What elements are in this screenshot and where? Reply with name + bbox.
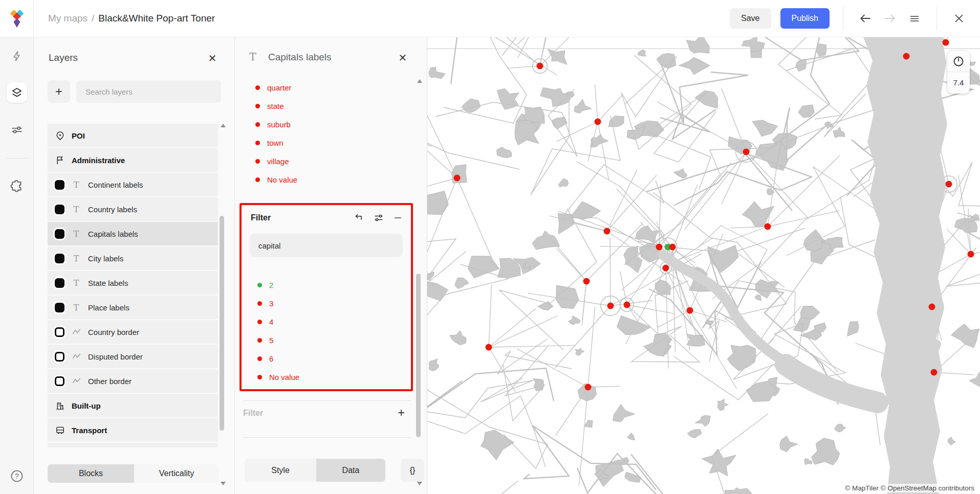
layers-list: POIAdministrativeTContinent labelsTCount…: [48, 124, 218, 447]
menu-icon[interactable]: [906, 10, 923, 27]
layer-row-continent-labels[interactable]: TContinent labels: [48, 173, 218, 196]
layer-row-administrative[interactable]: Administrative: [48, 148, 218, 172]
layer-row-other-border[interactable]: Other border: [48, 369, 218, 393]
layer-value-list: quarterstatesuburbtownvillageNo value: [255, 78, 297, 189]
visibility-swatch[interactable]: [55, 352, 64, 362]
layer-row-poi[interactable]: POI: [48, 124, 218, 147]
tab-blocks[interactable]: Blocks: [48, 464, 134, 483]
visibility-swatch[interactable]: [55, 180, 64, 190]
capital-marker-red[interactable]: [624, 302, 630, 308]
publish-button[interactable]: Publish: [780, 8, 830, 29]
maptiler-logo[interactable]: [0, 0, 34, 37]
scroll-thumb[interactable]: [416, 274, 421, 437]
add-filter-button[interactable]: +: [393, 405, 409, 421]
value-row-suburb[interactable]: suburb: [255, 115, 297, 133]
value-row-5[interactable]: 5: [257, 331, 299, 349]
scroll-down-arrow-icon[interactable]: [221, 482, 226, 485]
capital-marker-red[interactable]: [585, 384, 592, 391]
capitals-labels-panel: T Capitals labels ✕ quarterstatesuburbto…: [235, 37, 427, 494]
capital-marker-red[interactable]: [968, 251, 974, 258]
capital-marker-red[interactable]: [929, 304, 935, 310]
breadcrumb-separator: /: [92, 13, 94, 24]
layer-row-state-labels[interactable]: TState labels: [48, 271, 218, 295]
capital-marker-red[interactable]: [656, 244, 663, 251]
tab-data[interactable]: Data: [316, 459, 385, 482]
close-icon[interactable]: [950, 10, 968, 27]
layer-row-partially-hidden[interactable]: [48, 443, 218, 447]
save-button[interactable]: Save: [730, 8, 771, 29]
scroll-down-arrow-icon[interactable]: [417, 482, 422, 485]
breadcrumb-my-maps[interactable]: My maps: [48, 13, 88, 24]
clock-icon[interactable]: [947, 51, 970, 72]
value-row-2[interactable]: 2: [257, 276, 299, 294]
layer-row-transport[interactable]: Transport: [48, 418, 218, 442]
scroll-thumb[interactable]: [220, 216, 224, 431]
layer-panel-close-icon[interactable]: ✕: [395, 50, 410, 65]
value-row-state[interactable]: state: [255, 97, 297, 115]
map-canvas[interactable]: 7.4 © MapTiler © OpenStreetMap contribut…: [427, 37, 980, 494]
scroll-up-arrow-icon[interactable]: [417, 79, 422, 83]
capital-marker-red[interactable]: [537, 63, 543, 70]
help-icon[interactable]: ?: [7, 466, 27, 486]
value-row-4[interactable]: 4: [257, 312, 299, 331]
layer-row-disputed-border[interactable]: Disputed border: [48, 345, 218, 368]
capital-marker-red[interactable]: [607, 303, 614, 309]
visibility-swatch[interactable]: [55, 376, 64, 386]
revert-icon[interactable]: [354, 212, 365, 223]
capital-marker-red[interactable]: [454, 175, 461, 182]
value-dot-icon: [257, 375, 262, 379]
value-row-3[interactable]: 3: [257, 294, 299, 312]
undo-arrow-icon[interactable]: [857, 10, 874, 27]
layers-panel-close-icon[interactable]: ✕: [205, 51, 220, 66]
layers-list-scrollbar[interactable]: [219, 124, 225, 485]
visibility-swatch[interactable]: [55, 303, 64, 312]
plugins-icon[interactable]: [7, 175, 27, 196]
capital-marker-red[interactable]: [583, 278, 590, 285]
capital-marker-red[interactable]: [743, 149, 750, 155]
visibility-swatch[interactable]: [55, 278, 64, 288]
search-layers-input[interactable]: [76, 80, 221, 103]
visibility-swatch[interactable]: [55, 254, 64, 263]
tab-style[interactable]: Style: [245, 459, 316, 482]
value-row-town[interactable]: town: [255, 133, 297, 152]
layer-panel-scrollbar[interactable]: [416, 79, 422, 485]
add-layer-button[interactable]: +: [48, 80, 70, 103]
capital-marker-red[interactable]: [903, 53, 910, 60]
layer-row-country-border[interactable]: Country border: [48, 320, 218, 344]
adjust-icon[interactable]: [373, 212, 384, 223]
capital-marker-red[interactable]: [604, 228, 611, 235]
value-row-6[interactable]: 6: [257, 349, 299, 368]
redo-arrow-icon[interactable]: [881, 10, 899, 27]
visibility-swatch[interactable]: [55, 205, 64, 214]
scroll-up-arrow-icon[interactable]: [221, 124, 226, 127]
layer-row-country-labels[interactable]: TCountry labels: [48, 197, 218, 221]
value-row-quarter[interactable]: quarter: [255, 78, 297, 97]
collapse-icon[interactable]: [393, 212, 404, 223]
layers-icon[interactable]: [7, 82, 27, 103]
capital-marker-red[interactable]: [595, 119, 601, 125]
flash-icon[interactable]: [7, 46, 27, 66]
value-row-no-value[interactable]: No value: [257, 368, 299, 386]
visibility-swatch[interactable]: [55, 327, 64, 337]
tuning-icon[interactable]: [7, 120, 27, 140]
capital-marker-red[interactable]: [663, 265, 669, 272]
layer-row-capitals-labels[interactable]: TCapitals labels: [48, 222, 218, 245]
layer-row-city-labels[interactable]: TCity labels: [48, 246, 218, 270]
tab-verticality[interactable]: Verticality: [134, 464, 219, 483]
capital-marker-red[interactable]: [931, 369, 938, 376]
layer-row-built-up[interactable]: Built-up: [48, 394, 218, 417]
layer-row-place-labels[interactable]: TPlace labels: [48, 296, 218, 319]
filter-expression-input[interactable]: [250, 234, 403, 257]
capital-marker-red[interactable]: [765, 223, 771, 230]
capital-marker-red[interactable]: [669, 244, 676, 251]
topbar-actions: Save Publish: [730, 7, 980, 30]
value-row-village[interactable]: village: [255, 152, 297, 170]
capital-marker-red[interactable]: [943, 39, 949, 46]
capital-marker-red[interactable]: [486, 344, 492, 351]
json-code-button[interactable]: {}: [401, 459, 424, 482]
capital-marker-red[interactable]: [946, 181, 952, 188]
visibility-swatch[interactable]: [55, 229, 64, 239]
layer-row-label: Other border: [88, 377, 132, 386]
value-row-no-value[interactable]: No value: [255, 170, 297, 189]
capital-marker-red[interactable]: [687, 307, 693, 314]
